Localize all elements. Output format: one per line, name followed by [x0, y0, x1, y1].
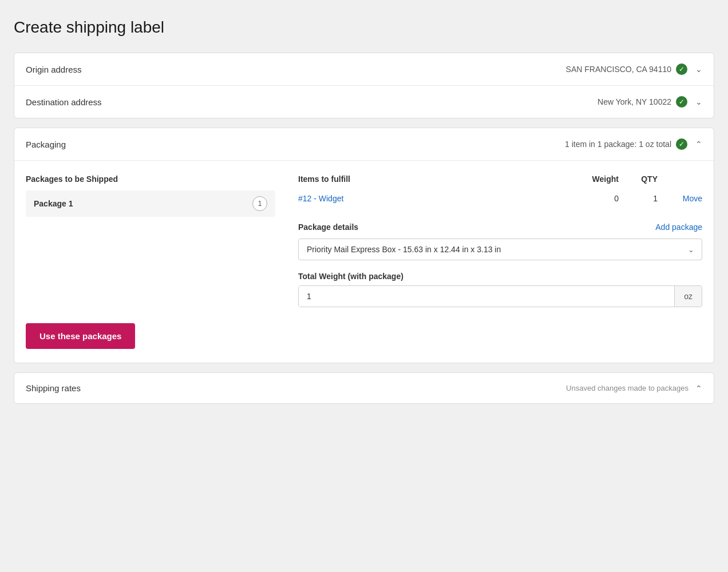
item-qty: 1 — [623, 194, 658, 203]
origin-address-label: Origin address — [26, 65, 82, 74]
page-title: Create shipping label — [14, 14, 714, 37]
items-col-header: Items to fulfill — [298, 174, 568, 184]
add-package-link[interactable]: Add package — [655, 223, 702, 232]
destination-address-value: New York, NY 10022 — [598, 97, 671, 106]
item-link[interactable]: #12 - Widget — [298, 194, 568, 203]
origin-address-row[interactable]: Origin address SAN FRANCISCO, CA 94110 ✓… — [14, 53, 714, 86]
origin-address-chevron-down-icon: ⌄ — [695, 65, 702, 74]
weight-input[interactable] — [299, 286, 674, 307]
total-weight-section: Total Weight (with package) oz — [298, 272, 702, 307]
weight-input-row: oz — [298, 285, 702, 307]
destination-address-chevron-down-icon: ⌄ — [695, 97, 702, 106]
packages-left-column: Packages to be Shipped Package 1 1 — [26, 174, 289, 307]
destination-address-right: New York, NY 10022 ✓ ⌄ — [598, 96, 702, 108]
package-item[interactable]: Package 1 1 — [26, 190, 275, 217]
package-details-section: Package details Add package Priority Mai… — [298, 223, 702, 307]
address-card: Origin address SAN FRANCISCO, CA 94110 ✓… — [14, 53, 714, 118]
package-name: Package 1 — [34, 199, 73, 208]
shipping-rates-right: Unsaved changes made to packages ⌃ — [566, 384, 702, 393]
use-packages-button[interactable]: Use these packages — [26, 323, 135, 349]
packaging-label: Packaging — [26, 140, 66, 149]
shipping-rates-chevron-up-icon: ⌃ — [695, 384, 702, 393]
origin-address-right: SAN FRANCISCO, CA 94110 ✓ ⌄ — [566, 63, 702, 75]
packaging-check-icon: ✓ — [676, 138, 687, 150]
table-row: #12 - Widget 0 1 Move — [298, 190, 702, 206]
action-col-header — [662, 174, 702, 184]
packaging-card: Packaging 1 item in 1 package: 1 oz tota… — [14, 128, 714, 363]
move-button[interactable]: Move — [662, 194, 702, 203]
shipping-rates-label: Shipping rates — [26, 383, 81, 393]
packages-column-header: Packages to be Shipped — [26, 174, 275, 184]
packaging-body: Packages to be Shipped Package 1 1 Items… — [14, 161, 714, 363]
package-details-header: Package details Add package — [298, 223, 702, 232]
origin-address-value: SAN FRANCISCO, CA 94110 — [566, 65, 671, 74]
shipping-rates-header-row[interactable]: Shipping rates Unsaved changes made to p… — [14, 373, 714, 403]
total-weight-label: Total Weight (with package) — [298, 272, 702, 281]
destination-address-row[interactable]: Destination address New York, NY 10022 ✓… — [14, 86, 714, 118]
packaging-chevron-up-icon: ⌃ — [695, 140, 702, 149]
weight-col-header: Weight — [573, 174, 619, 184]
shipping-rates-card: Shipping rates Unsaved changes made to p… — [14, 372, 714, 404]
item-weight: 0 — [573, 194, 619, 203]
package-type-select[interactable]: Priority Mail Express Box - 15.63 in x 1… — [298, 239, 702, 260]
unsaved-notice: Unsaved changes made to packages — [566, 384, 689, 392]
packages-grid: Packages to be Shipped Package 1 1 Items… — [26, 174, 702, 307]
package-details-label: Package details — [298, 223, 358, 232]
origin-address-check-icon: ✓ — [676, 63, 687, 75]
destination-address-label: Destination address — [26, 97, 102, 107]
packaging-header-row[interactable]: Packaging 1 item in 1 package: 1 oz tota… — [14, 128, 714, 161]
packaging-summary: 1 item in 1 package: 1 oz total — [565, 140, 671, 149]
qty-col-header: QTY — [623, 174, 658, 184]
destination-address-check-icon: ✓ — [676, 96, 687, 108]
weight-unit: oz — [674, 286, 702, 307]
packages-right-column: Items to fulfill Weight QTY #12 - Widget… — [289, 174, 702, 307]
package-type-select-wrapper: Priority Mail Express Box - 15.63 in x 1… — [298, 239, 702, 260]
packaging-header-right: 1 item in 1 package: 1 oz total ✓ ⌃ — [565, 138, 702, 150]
items-table-header: Items to fulfill Weight QTY — [298, 174, 702, 188]
package-badge: 1 — [252, 196, 267, 211]
